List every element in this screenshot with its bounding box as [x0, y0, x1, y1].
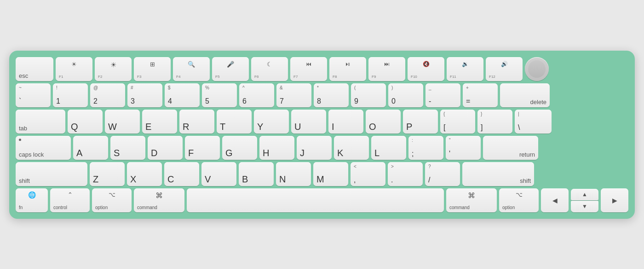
key-return[interactable]: return: [483, 136, 538, 160]
key-x[interactable]: X: [127, 162, 162, 186]
key-c[interactable]: C: [164, 162, 199, 186]
zxcv-row: shift Z X C V B N M < , > .: [16, 162, 628, 186]
key-r[interactable]: R: [179, 110, 214, 134]
key-f10[interactable]: 🔇 F10: [408, 57, 444, 81]
key-4[interactable]: $ 4: [165, 83, 200, 107]
key-rbracket[interactable]: } ]: [477, 110, 512, 134]
key-n[interactable]: N: [276, 162, 311, 186]
key-f7[interactable]: ⏮ F7: [290, 57, 327, 81]
key-j[interactable]: J: [297, 136, 332, 160]
key-caps-lock[interactable]: caps lock: [16, 136, 71, 160]
key-f6[interactable]: ☾ F6: [251, 57, 288, 81]
key-command-left[interactable]: ⌘ command: [134, 188, 184, 212]
key-h[interactable]: H: [259, 136, 294, 160]
key-6[interactable]: ^ 6: [239, 83, 274, 107]
key-period[interactable]: > .: [388, 162, 423, 186]
key-control[interactable]: ⌃ control: [50, 188, 90, 212]
key-shift-left[interactable]: shift: [16, 162, 87, 186]
number-row: ~ ` ! 1 @ 2 # 3 $ 4 % 5 ^ 6 & 7: [16, 83, 628, 107]
key-lbracket[interactable]: { [: [440, 110, 475, 134]
key-z[interactable]: Z: [90, 162, 125, 186]
key-comma[interactable]: < ,: [351, 162, 385, 186]
key-t[interactable]: T: [217, 110, 252, 134]
bottom-row: 🌐 fn ⌃ control ⌥ option ⌘ command ⌘ comm…: [16, 188, 628, 212]
key-fn[interactable]: 🌐 fn: [16, 188, 48, 212]
key-option-left[interactable]: ⌥ option: [92, 188, 132, 212]
key-f1[interactable]: ☀ F1: [56, 57, 92, 81]
asdf-row: caps lock A S D F G H J K L : ;: [16, 136, 628, 160]
key-arrow-left[interactable]: ◀: [541, 188, 569, 212]
key-arrow-down[interactable]: ▼: [571, 201, 598, 212]
key-a[interactable]: A: [73, 136, 108, 160]
key-backtick[interactable]: ~ `: [16, 83, 51, 107]
key-equals[interactable]: + =: [463, 83, 498, 107]
key-backslash[interactable]: | \: [515, 110, 552, 134]
keyboard: esc ☀ F1 ☀ F2 ⊞ F3 🔍 F4 🎤 F5 ☾ F6: [9, 51, 635, 219]
key-f12[interactable]: 🔊 F12: [486, 57, 523, 81]
key-s[interactable]: S: [110, 136, 145, 160]
key-o[interactable]: O: [366, 110, 401, 134]
key-e[interactable]: E: [142, 110, 177, 134]
key-p[interactable]: P: [403, 110, 438, 134]
key-f5[interactable]: 🎤 F5: [212, 57, 249, 81]
key-v[interactable]: V: [201, 162, 236, 186]
arrow-up-down: ▲ ▼: [571, 189, 598, 212]
key-arrow-up[interactable]: ▲: [571, 189, 598, 200]
key-0[interactable]: ) 0: [388, 83, 423, 107]
key-shift-right[interactable]: shift: [462, 162, 534, 186]
key-option-right[interactable]: ⌥ option: [499, 188, 539, 212]
key-w[interactable]: W: [105, 110, 140, 134]
key-power[interactable]: [525, 57, 549, 81]
key-8[interactable]: * 8: [314, 83, 349, 107]
key-f3[interactable]: ⊞ F3: [134, 57, 171, 81]
key-d[interactable]: D: [148, 136, 183, 160]
key-y[interactable]: Y: [254, 110, 289, 134]
key-minus[interactable]: _ -: [426, 83, 460, 107]
key-3[interactable]: # 3: [127, 83, 162, 107]
key-command-right[interactable]: ⌘ command: [446, 188, 497, 212]
key-l[interactable]: L: [371, 136, 406, 160]
arrow-keys: ◀ ▲ ▼ ▶: [541, 188, 628, 212]
key-2[interactable]: @ 2: [90, 83, 125, 107]
key-u[interactable]: U: [291, 110, 326, 134]
key-q[interactable]: Q: [68, 110, 103, 134]
key-semicolon[interactable]: : ;: [408, 136, 443, 160]
qwerty-row: tab Q W E R T Y U I O P: [16, 110, 628, 134]
key-i[interactable]: I: [328, 110, 363, 134]
key-space[interactable]: [187, 188, 444, 212]
key-f2[interactable]: ☀ F2: [95, 57, 132, 81]
key-slash[interactable]: ? /: [425, 162, 460, 186]
key-tab[interactable]: tab: [16, 110, 65, 134]
key-7[interactable]: & 7: [276, 83, 311, 107]
key-esc[interactable]: esc: [16, 57, 53, 81]
key-1[interactable]: ! 1: [53, 83, 88, 107]
key-f11[interactable]: 🔉 F11: [447, 57, 483, 81]
key-m[interactable]: M: [313, 162, 348, 186]
key-delete[interactable]: delete: [500, 83, 550, 107]
key-arrow-right[interactable]: ▶: [601, 188, 628, 212]
key-f9[interactable]: ⏭ F9: [368, 57, 405, 81]
key-k[interactable]: K: [334, 136, 369, 160]
fn-row: esc ☀ F1 ☀ F2 ⊞ F3 🔍 F4 🎤 F5 ☾ F6: [16, 57, 628, 81]
key-b[interactable]: B: [239, 162, 274, 186]
key-f8[interactable]: ⏯ F8: [329, 57, 366, 81]
key-f[interactable]: F: [185, 136, 220, 160]
key-9[interactable]: ( 9: [351, 83, 386, 107]
key-f4[interactable]: 🔍 F4: [173, 57, 210, 81]
key-5[interactable]: % 5: [202, 83, 237, 107]
key-g[interactable]: G: [222, 136, 257, 160]
key-quote[interactable]: " ': [446, 136, 481, 160]
